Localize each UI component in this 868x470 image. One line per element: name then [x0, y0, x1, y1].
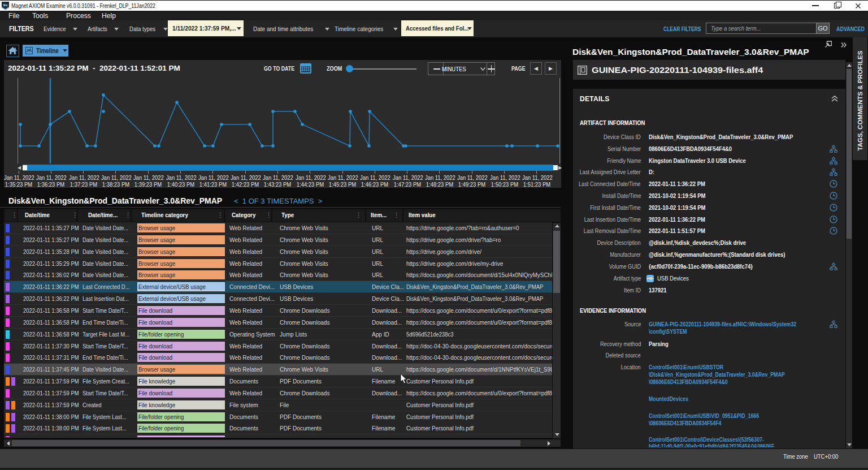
svg-text:Ex: Ex: [3, 3, 8, 7]
